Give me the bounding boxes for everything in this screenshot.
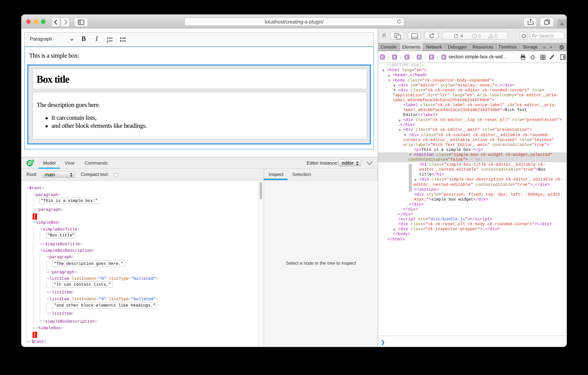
svg-text:2: 2 — [107, 40, 108, 43]
svg-text:1: 1 — [107, 36, 108, 39]
svg-text:5: 5 — [32, 160, 33, 162]
